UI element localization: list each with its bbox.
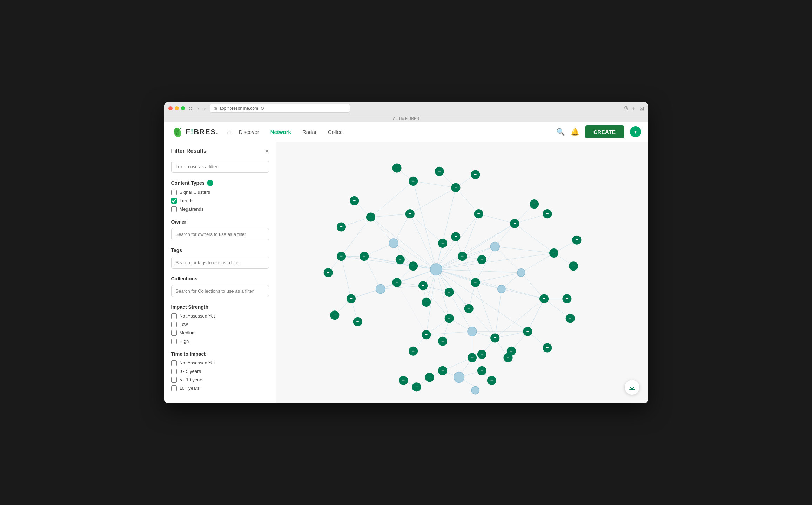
impact-low-checkbox[interactable] [171, 322, 177, 327]
owner-input[interactable] [171, 228, 269, 240]
share-button[interactable]: ⎙ [624, 105, 628, 111]
sidebar: Filter Results × Content Types 1 Signal … [164, 142, 276, 403]
svg-point-128 [467, 327, 476, 336]
svg-text:−: − [454, 234, 457, 239]
svg-text:−: − [474, 279, 477, 285]
impact-low-label: Low [180, 322, 188, 327]
tti-0-5-checkbox[interactable] [171, 369, 177, 374]
header-actions: 🔍 🔔 CREATE ▾ [556, 125, 641, 138]
tti-10-plus: 10+ years [171, 385, 269, 391]
tti-0-5-label: 0 - 5 years [180, 369, 201, 374]
svg-text:−: − [327, 269, 329, 275]
svg-text:−: − [572, 263, 575, 268]
content-types-title: Content Types 1 [171, 180, 269, 186]
tags-input[interactable] [171, 257, 269, 269]
signal-clusters-checkbox[interactable] [171, 190, 177, 195]
maximize-window-dot[interactable] [181, 106, 185, 110]
reload-button[interactable]: ↻ [260, 105, 264, 111]
search-button[interactable]: 🔍 [556, 128, 565, 136]
svg-text:−: − [399, 257, 402, 262]
svg-text:−: − [565, 296, 568, 301]
impact-high: High [171, 339, 269, 344]
impact-low: Low [171, 322, 269, 327]
svg-text:−: − [474, 171, 477, 177]
owner-section: Owner [171, 219, 269, 240]
nav-discover[interactable]: Discover [234, 126, 264, 138]
svg-text:−: − [546, 345, 549, 350]
svg-text:−: − [408, 211, 411, 216]
svg-text:−: − [575, 237, 578, 242]
owner-title: Owner [171, 219, 269, 225]
address-bar[interactable]: ◑ app.fibresonline.com ↻ [210, 104, 350, 113]
text-filter-input[interactable] [171, 161, 269, 173]
svg-text:−: − [438, 168, 441, 173]
notifications-button[interactable]: 🔔 [571, 128, 579, 136]
logo-leaf-icon [171, 125, 184, 138]
tti-5-10: 5 - 10 years [171, 377, 269, 383]
trends-checkbox[interactable] [171, 198, 177, 204]
back-button[interactable]: ‹ [196, 104, 201, 112]
svg-point-130 [471, 386, 479, 394]
tti-10-plus-checkbox[interactable] [171, 385, 177, 391]
create-button[interactable]: CREATE [585, 125, 624, 138]
minimize-window-dot[interactable] [175, 106, 179, 110]
title-bar: ‹ › ◑ app.fibresonline.com ↻ ⎙ + ⊠ [164, 102, 648, 115]
tti-5-10-checkbox[interactable] [171, 377, 177, 383]
network-area[interactable]: − − − − − − − − − [276, 142, 648, 403]
megatrends-checkbox[interactable] [171, 206, 177, 212]
forward-button[interactable]: › [202, 104, 207, 112]
svg-point-127 [517, 268, 525, 276]
svg-text:−: − [402, 377, 405, 383]
svg-text:−: − [471, 355, 474, 360]
content-type-trends: Trends [171, 198, 269, 204]
add-tab-button[interactable]: + [632, 105, 635, 111]
svg-text:−: − [481, 351, 483, 356]
svg-rect-2 [298, 142, 626, 403]
svg-text:−: − [412, 178, 415, 183]
privacy-icon: ◑ [214, 106, 217, 111]
time-to-impact-title: Time to Impact [171, 351, 269, 357]
home-button[interactable]: ⌂ [224, 127, 234, 137]
main-nav: Discover Network Radar Collect [234, 126, 556, 138]
tti-not-assessed-checkbox[interactable] [171, 360, 177, 366]
svg-text:−: − [494, 335, 496, 340]
mac-window: ‹ › ◑ app.fibresonline.com ↻ ⎙ + ⊠ Add t… [164, 102, 648, 403]
collections-input[interactable] [171, 285, 269, 297]
close-filter-button[interactable]: × [265, 148, 269, 155]
nav-collect[interactable]: Collect [323, 126, 349, 138]
svg-text:−: − [526, 328, 529, 334]
nav-network[interactable]: Network [266, 126, 296, 138]
svg-text:−: − [425, 332, 428, 337]
add-to-fibres-text: Add to FIBRES [393, 116, 419, 121]
svg-point-125 [490, 242, 499, 251]
window-menu-button[interactable]: ⊠ [639, 105, 644, 112]
time-to-impact-section: Time to Impact Not Assessed Yet 0 - 5 ye… [171, 351, 269, 391]
svg-text:−: − [415, 384, 418, 389]
nav-radar[interactable]: Radar [297, 126, 322, 138]
filter-header: Filter Results × [171, 148, 269, 155]
svg-text:−: − [477, 211, 480, 216]
close-window-dot[interactable] [168, 106, 173, 110]
content-types-badge: 1 [207, 180, 213, 186]
svg-text:−: − [369, 214, 372, 219]
svg-text:−: − [510, 348, 513, 353]
impact-high-checkbox[interactable] [171, 339, 177, 344]
svg-text:−: − [395, 279, 398, 285]
svg-text:−: − [363, 253, 365, 259]
traffic-lights [168, 106, 185, 110]
svg-text:−: − [356, 319, 359, 324]
impact-medium-checkbox[interactable] [171, 330, 177, 336]
megatrends-label: Megatrends [180, 206, 204, 212]
download-button[interactable] [624, 380, 640, 395]
svg-text:−: − [441, 368, 444, 373]
collections-section: Collections [171, 276, 269, 297]
impact-not-assessed-checkbox[interactable] [171, 313, 177, 319]
svg-text:−: − [422, 283, 424, 288]
svg-point-124 [376, 284, 385, 293]
signal-clusters-label: Signal Clusters [180, 190, 210, 195]
user-avatar[interactable]: ▾ [630, 126, 641, 137]
app-header: F!BRES. ⌂ Discover Network Radar Collect… [164, 122, 648, 142]
tags-title: Tags [171, 247, 269, 253]
svg-point-123 [389, 239, 398, 248]
svg-text:−: − [425, 299, 428, 304]
